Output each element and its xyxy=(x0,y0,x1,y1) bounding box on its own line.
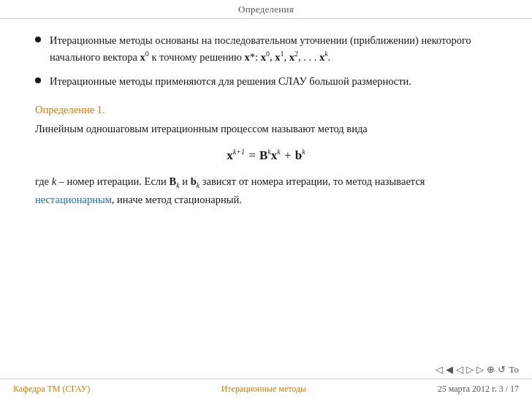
list-item: Итерационные методы применяются для реше… xyxy=(35,73,497,89)
formula-block: xk+1 = Bkxk + bk xyxy=(35,148,497,163)
nav-icon-zoom[interactable]: ⊕ xyxy=(487,364,495,376)
top-bar: Определения xyxy=(0,0,532,18)
bullet-dot xyxy=(35,37,41,42)
bottom-bar: Кафедра ТМ (СГАУ) Итерационные методы 25… xyxy=(0,379,532,399)
nav-icon-prev[interactable]: ◀ xyxy=(446,364,453,376)
nav-icon-refresh[interactable]: ↺ xyxy=(498,364,506,376)
nav-icon-next[interactable]: ▷ xyxy=(476,364,484,376)
nav-icons: ◁ ◀ ◁ ▷ ▷ ⊕ ↺ To xyxy=(436,364,519,376)
main-content: Итерационные методы основаны на последов… xyxy=(0,19,532,208)
bullet-dot xyxy=(35,77,41,83)
footer-right: 25 марта 2012 г. 3 / 17 xyxy=(438,384,519,395)
nonstationarity-link[interactable]: нестационарным xyxy=(35,194,112,205)
footer-center: Итерационные методы xyxy=(221,384,306,395)
footer-left: Кафедра ТМ (СГАУ) xyxy=(13,384,90,395)
bullet-text-1: Итерационные методы основаны на последов… xyxy=(50,32,497,66)
footnote-text: где k – номер итерации. Если Bk и bk зав… xyxy=(35,173,497,208)
nav-icon-right[interactable]: ▷ xyxy=(466,364,474,376)
nav-icon-left[interactable]: ◁ xyxy=(456,364,463,376)
formula: xk+1 = Bkxk + bk xyxy=(227,148,305,162)
nav-icon-first[interactable]: ◁ xyxy=(436,364,443,376)
bullet-list: Итерационные методы основаны на последов… xyxy=(35,32,497,89)
nav-icon-to[interactable]: To xyxy=(509,364,519,376)
slide-title: Определения xyxy=(238,4,294,15)
definition-label: Определение 1. xyxy=(35,104,497,116)
list-item: Итерационные методы основаны на последов… xyxy=(35,32,497,66)
definition-intro: Линейным одношаговым итерационным процес… xyxy=(35,121,497,137)
bullet-text-2: Итерационные методы применяются для реше… xyxy=(50,73,497,89)
